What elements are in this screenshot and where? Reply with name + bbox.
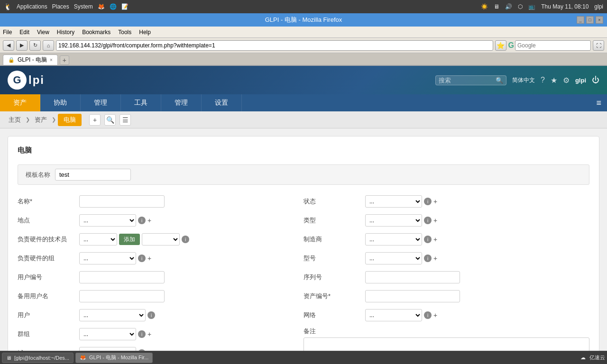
os-system-menu[interactable]: System (74, 3, 93, 10)
select-status[interactable]: ... (365, 195, 422, 208)
plus-group2-icon[interactable]: + (147, 330, 151, 338)
tab-close-button[interactable]: × (50, 57, 53, 63)
os-applications-menu[interactable]: Applications (17, 3, 47, 10)
menu-help[interactable]: Help (139, 29, 151, 36)
plus-group-icon[interactable]: + (147, 255, 151, 262)
info-status-icon[interactable]: i (424, 198, 432, 205)
settings-gear-icon[interactable]: ⚙ (563, 76, 570, 85)
plus-manufacturer-icon[interactable]: + (433, 236, 437, 243)
glpi-logo-circle: G (8, 71, 27, 90)
fullscreen-button[interactable]: ⛶ (593, 40, 604, 51)
browser-title: GLPI - 电脑 - Mozilla Firefox (265, 16, 342, 24)
glpi-content: 电脑 模板名称 名称* (0, 128, 607, 364)
form-grid: 名称* 地点 ... i + (18, 194, 589, 364)
template-name-input[interactable] (55, 169, 131, 181)
info-type-icon[interactable]: i (424, 217, 432, 224)
taskbar-firefox-label: GLPI - 电脑 - Mozilla Fir... (89, 354, 148, 361)
glpi-search-box: 🔍 (435, 75, 506, 85)
label-asset-number: 资产编号* (304, 292, 365, 300)
menu-bookmarks[interactable]: Bookmarks (82, 29, 110, 36)
select-tech-extra[interactable] (142, 233, 180, 246)
input-user-number[interactable] (79, 271, 165, 283)
nav-assets[interactable]: 资产 (0, 94, 40, 111)
minimize-button[interactable]: _ (577, 16, 584, 24)
nav-tools[interactable]: 工具 (121, 94, 161, 111)
bookmark-icon[interactable]: ⭐ (495, 40, 506, 51)
new-tab-button[interactable]: + (60, 55, 69, 65)
browser-search-input[interactable] (515, 40, 591, 51)
menu-history[interactable]: History (57, 29, 74, 36)
info-network-icon[interactable]: i (424, 311, 432, 319)
glpi-language-selector[interactable]: 简体中文 (512, 76, 535, 84)
select-model[interactable]: ... (365, 252, 422, 264)
forward-button[interactable]: ▶ (16, 40, 28, 51)
bookmark-fav-icon[interactable]: ★ (551, 76, 557, 85)
input-serial[interactable] (365, 271, 460, 283)
os-places-menu[interactable]: Places (52, 3, 69, 10)
os-apps-icon: 🐧 (4, 3, 12, 10)
breadcrumb-home[interactable]: 主页 (6, 115, 24, 125)
taskbar-firefox[interactable]: 🦊 GLPI - 电脑 - Mozilla Fir... (75, 353, 153, 363)
select-tech[interactable]: ... (79, 233, 117, 246)
input-name[interactable] (79, 195, 165, 208)
taskbar-terminal[interactable]: 🖥 [glpi@localhost:~/Des... (2, 353, 74, 363)
menu-view[interactable]: View (37, 29, 49, 36)
menu-file[interactable]: File (3, 29, 12, 36)
info-location-icon[interactable]: i (138, 217, 146, 224)
input-alt-username[interactable] (79, 290, 165, 302)
close-button[interactable]: × (596, 16, 603, 24)
nav-manage2[interactable]: 管理 (161, 94, 202, 111)
info-model-icon[interactable]: i (424, 255, 432, 262)
notes-label: 备注 (304, 327, 589, 336)
maximize-button[interactable]: □ (586, 16, 594, 24)
label-alt-username: 备用用户名 (18, 292, 79, 300)
back-button[interactable]: ◀ (3, 40, 14, 51)
select-group2[interactable]: ... (79, 328, 136, 340)
address-bar[interactable] (56, 40, 493, 51)
search-button[interactable]: 🔍 (104, 114, 116, 126)
plus-location-icon[interactable]: + (147, 217, 151, 224)
glpi-search-input[interactable] (439, 77, 496, 84)
menu-tools[interactable]: Tools (118, 29, 131, 36)
info-user-icon[interactable]: i (147, 311, 155, 319)
plus-model-icon[interactable]: + (433, 255, 437, 262)
nav-helpdesk[interactable]: 协助 (40, 94, 81, 111)
nav-settings[interactable]: 设置 (202, 94, 242, 111)
select-type[interactable]: ... (365, 214, 422, 227)
plus-network-icon[interactable]: + (433, 311, 437, 319)
info-tech-icon[interactable]: i (182, 236, 189, 243)
help-icon[interactable]: ? (541, 76, 545, 84)
breadcrumb-computer[interactable]: 电脑 (58, 114, 82, 126)
select-user[interactable]: ... (79, 309, 146, 321)
plus-status-icon[interactable]: + (433, 198, 437, 205)
search-icon[interactable]: 🔍 (496, 77, 503, 84)
control-asset-number (365, 290, 589, 302)
add-tech-button[interactable]: 添加 (119, 234, 140, 245)
select-group[interactable]: ... (79, 252, 136, 264)
list-view-button[interactable]: ☰ (120, 114, 131, 126)
plus-type-icon[interactable]: + (433, 217, 437, 224)
info-group-icon[interactable]: i (138, 255, 146, 262)
input-asset-number[interactable] (365, 290, 460, 302)
logout-icon[interactable]: ⏻ (592, 76, 599, 84)
os-bluetooth-icon: ⬡ (518, 3, 523, 10)
nav-hamburger[interactable]: ≡ (590, 94, 607, 111)
select-network[interactable]: ... (365, 309, 422, 321)
select-location[interactable]: ... (79, 214, 136, 227)
nav-manage1[interactable]: 管理 (81, 94, 121, 111)
add-computer-button[interactable]: + (89, 114, 101, 126)
os-datetime: Thu May 11, 08:10 (541, 3, 589, 10)
select-manufacturer[interactable]: ... (365, 233, 422, 246)
breadcrumb-assets[interactable]: 资产 (32, 115, 50, 125)
breadcrumb-sep1: ❯ (26, 117, 30, 123)
tab-bar: 🔒 GLPI - 电脑 × + (0, 53, 607, 65)
info-manufacturer-icon[interactable]: i (424, 236, 432, 243)
reload-button[interactable]: ↻ (29, 40, 41, 51)
home-button[interactable]: ⌂ (43, 40, 54, 51)
info-group2-icon[interactable]: i (138, 330, 146, 338)
os-username: glpi (594, 3, 603, 10)
menu-edit[interactable]: Edit (19, 29, 29, 36)
tab-glpi[interactable]: 🔒 GLPI - 电脑 × (3, 55, 58, 65)
taskbar-cloud-icon: ☁ (580, 355, 586, 361)
glpi-username[interactable]: glpi (575, 77, 586, 84)
